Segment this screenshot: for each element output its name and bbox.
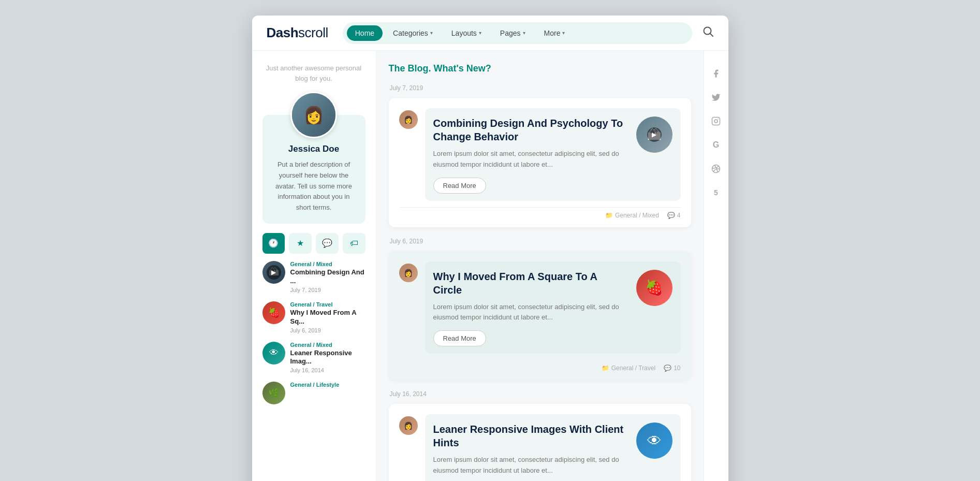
search-icon[interactable] [703,26,714,40]
post-1-play-icon[interactable]: ▶ [647,127,662,142]
nav-pages[interactable]: Pages ▾ [492,25,534,41]
sidebar-post-4-info: General / Lifestyle [290,382,365,389]
post-card-2: 👩 Why I Moved From A Square To A Circle … [389,251,691,381]
sidebar-post-3-thumb: 👁 [262,342,285,365]
post-1-title[interactable]: Combining Design And Psychology To Chang… [433,116,628,143]
categories-chevron: ▾ [430,30,433,36]
post-2-date: July 6, 2019 [390,238,691,245]
facebook-icon[interactable] [709,66,723,81]
post-2-excerpt: Lorem ipsum dolor sit amet, consectetur … [433,302,628,324]
sidebar-post-1-info: General / Mixed Combining Design And ...… [290,261,365,293]
post-card-3: 👩 Leaner Responsive Images With Client H… [389,404,691,481]
post-1-card-bg: Combining Design And Psychology To Chang… [425,108,681,201]
post-3-title[interactable]: Leaner Responsive Images With Client Hin… [433,422,628,449]
svg-point-3 [714,120,718,123]
sidebar-tab-tags[interactable]: 🏷 [343,233,365,254]
page-layout: Just another awesome personal blog for y… [252,51,728,481]
dribbble-icon[interactable] [709,162,723,176]
post-1-date: July 7, 2019 [390,84,691,92]
play-icon: ▶ [267,265,281,280]
logo-bold: Dash [267,25,299,40]
post-1-body: Combining Design And Psychology To Chang… [425,108,681,201]
post-1-meta: 📁 General / Mixed 💬 4 [399,207,681,219]
post-3-author-avatar: 👩 [399,416,418,435]
sidebar-post-1: 🏔 ▶ General / Mixed Combining Design And… [262,261,365,293]
post-3-text-area: Leaner Responsive Images With Client Hin… [433,422,628,481]
browser-window: Dashscroll Home Categories ▾ Layouts ▾ P… [252,16,728,481]
post-section-1: July 7, 2019 👩 Combining Design And Psyc… [389,84,691,227]
social-bar: G 5 [704,51,728,481]
post-section-2: July 6, 2019 👩 Why I Moved From A Square… [389,238,691,381]
avatar: 👩 [290,92,337,138]
blog-heading: The Blog. What's New? [389,63,691,74]
comment-icon-2: 💬 [664,365,671,372]
sidebar-post-3-category: General / Mixed [290,342,365,348]
post-1-inner: 👩 Combining Design And Psychology To Cha… [399,108,681,201]
sidebar-post-2-title[interactable]: Why I Moved From A Sq... [290,309,365,326]
post-3-card-bg: Leaner Responsive Images With Client Hin… [425,414,681,481]
main-nav: Home Categories ▾ Layouts ▾ Pages ▾ More… [343,22,692,44]
instagram-icon[interactable] [709,114,723,128]
post-2-meta: 📁 General / Travel 💬 10 [399,360,681,372]
main-content: The Blog. What's New? July 7, 2019 👩 Com… [376,51,704,481]
sidebar-tab-favorites[interactable]: ★ [289,233,312,254]
nav-layouts[interactable]: Layouts ▾ [443,25,490,41]
post-2-body: Why I Moved From A Square To A Circle Lo… [425,261,681,354]
sidebar-post-3-info: General / Mixed Leaner Responsive Imag..… [290,342,365,374]
sidebar-post-1-title[interactable]: Combining Design And ... [290,268,365,286]
comment-icon: 💬 [667,212,675,219]
sidebar-post-2-category: General / Travel [290,301,365,308]
sidebar-post-2-thumb: 🍓 [262,301,285,324]
post-2-comments: 💬 10 [664,365,680,372]
post-2-read-more[interactable]: Read More [433,330,486,346]
layouts-chevron: ▾ [479,30,481,36]
more-chevron: ▾ [562,30,565,36]
svg-line-1 [710,34,713,37]
post-2-category: 📁 General / Travel [602,365,655,372]
nav-categories[interactable]: Categories ▾ [385,25,441,41]
sidebar-post-3-title[interactable]: Leaner Responsive Imag... [290,349,365,367]
sidebar-post-4-category: General / Lifestyle [290,382,365,388]
sidebar-post-4: 🌿 General / Lifestyle [262,382,365,404]
logo: Dashscroll [267,25,328,41]
sidebar-tabs: 🕐 ★ 💬 🏷 [262,233,365,254]
nav-home[interactable]: Home [347,25,383,41]
author-name: Jessica Doe [271,144,357,154]
post-3-excerpt: Lorem ipsum dolor sit amet, consectetur … [433,455,628,476]
post-3-inner: 👩 Leaner Responsive Images With Client H… [399,414,681,481]
fiverr-icon[interactable]: 5 [709,185,723,200]
sidebar-subtitle: Just another awesome personal blog for y… [262,63,365,83]
logo-regular: scroll [298,25,328,40]
nav-more[interactable]: More ▾ [536,25,574,41]
svg-rect-2 [712,118,720,125]
post-2-card-bg: Why I Moved From A Square To A Circle Lo… [425,261,681,354]
svg-point-4 [718,119,719,120]
post-1-thumbnail: 🏔 ▶ [636,116,672,153]
author-bio: Put a brief description of yourself here… [271,159,357,213]
google-icon[interactable]: G [709,138,723,152]
sidebar-tab-recent[interactable]: 🕐 [262,233,285,254]
post-1-comments: 💬 4 [667,212,681,219]
post-3-date: July 16, 2014 [390,390,691,398]
header: Dashscroll Home Categories ▾ Layouts ▾ P… [252,16,728,51]
sidebar-post-1-category: General / Mixed [290,261,365,267]
sidebar-post-1-date: July 7, 2019 [290,287,365,293]
post-3-body: Leaner Responsive Images With Client Hin… [425,414,681,481]
post-2-title[interactable]: Why I Moved From A Square To A Circle [433,270,628,297]
sidebar: Just another awesome personal blog for y… [252,51,376,481]
post-1-author-avatar: 👩 [399,110,418,129]
post-section-3: July 16, 2014 👩 Leaner Responsive Images… [389,390,691,481]
post-2-text-area: Why I Moved From A Square To A Circle Lo… [433,270,628,347]
folder-icon: 📁 [605,212,613,219]
sidebar-post-1-thumb: 🏔 ▶ [262,261,285,284]
pages-chevron: ▾ [523,30,525,36]
post-1-read-more[interactable]: Read More [433,178,486,194]
blog-subtitle-text: What's New? [434,63,491,74]
folder-icon-2: 📁 [602,365,609,372]
sidebar-post-2-date: July 6, 2019 [290,327,365,333]
twitter-icon[interactable] [709,90,723,105]
sidebar-post-3-date: July 16, 2014 [290,367,365,373]
post-2-author-avatar: 👩 [399,264,418,282]
post-card-1: 👩 Combining Design And Psychology To Cha… [389,98,691,227]
sidebar-tab-comments[interactable]: 💬 [316,233,339,254]
